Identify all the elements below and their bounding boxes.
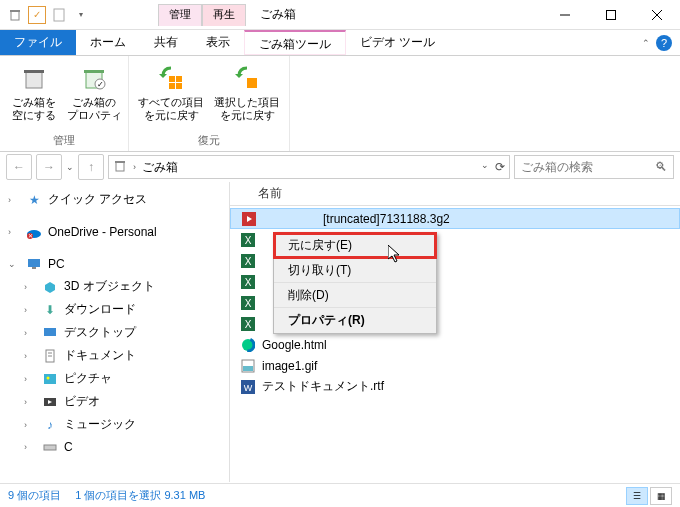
status-selection: 1 個の項目を選択 9.31 MB xyxy=(75,488,205,503)
onedrive-icon: ✕ xyxy=(26,224,42,240)
list-item[interactable]: [truncated]7131188.3g2 xyxy=(230,208,680,229)
sidebar-item-label: PC xyxy=(48,257,65,271)
file-name: [truncated]7131188.3g2 xyxy=(323,212,450,226)
maximize-button[interactable] xyxy=(588,0,634,30)
recycle-props-button[interactable]: ✓ ごみ箱の プロパティ xyxy=(66,60,122,132)
svg-rect-26 xyxy=(44,328,56,336)
image-file-icon xyxy=(240,358,256,374)
svg-marker-25 xyxy=(45,282,55,293)
chevron-right-icon[interactable]: › xyxy=(8,195,20,205)
music-icon: ♪ xyxy=(42,417,58,433)
collapse-ribbon-icon[interactable]: ⌃ xyxy=(642,38,650,48)
chevron-right-icon[interactable]: › xyxy=(133,162,136,172)
history-dropdown-icon[interactable]: ⌄ xyxy=(66,162,74,172)
back-button[interactable]: ← xyxy=(6,154,32,180)
list-item[interactable]: image1.gif xyxy=(230,355,680,376)
list-item[interactable]: Wテストドキュメント.rtf xyxy=(230,376,680,397)
svg-rect-50 xyxy=(243,366,253,371)
breadcrumb-dropdown-icon[interactable]: ⌄ xyxy=(481,160,489,174)
sidebar-item-documents[interactable]: ›ドキュメント xyxy=(0,344,229,367)
pictures-icon xyxy=(42,371,58,387)
restore-all-button[interactable]: すべての項目 を元に戻す xyxy=(135,60,207,132)
ctx-properties[interactable]: プロパティ(R) xyxy=(274,308,436,333)
breadcrumb[interactable]: › ごみ箱 ⌄ ⟳ xyxy=(108,155,510,179)
empty-recycle-button[interactable]: ごみ箱を 空にする xyxy=(6,60,62,132)
svg-rect-8 xyxy=(24,70,44,73)
sidebar-item-label: ミュージック xyxy=(64,416,136,433)
sidebar-item-pictures[interactable]: ›ピクチャ xyxy=(0,367,229,390)
svg-text:W: W xyxy=(244,383,253,393)
dropdown-icon[interactable]: ▾ xyxy=(72,6,90,24)
svg-rect-34 xyxy=(44,445,56,450)
refresh-icon[interactable]: ⟳ xyxy=(495,160,505,174)
tab-view[interactable]: 表示 xyxy=(192,30,244,55)
sidebar-quick-access[interactable]: › ★ クイック アクセス xyxy=(0,188,229,211)
tab-file[interactable]: ファイル xyxy=(0,30,76,55)
sidebar-item-label: C xyxy=(64,440,73,454)
tab-home[interactable]: ホーム xyxy=(76,30,140,55)
svg-rect-7 xyxy=(26,72,42,88)
restore-selected-button[interactable]: 選択した項目 を元に戻す xyxy=(211,60,283,132)
forward-button[interactable]: → xyxy=(36,154,62,180)
window-controls xyxy=(542,0,680,30)
view-details-button[interactable]: ☰ xyxy=(626,487,648,505)
chevron-right-icon[interactable]: › xyxy=(24,374,36,384)
file-name: テストドキュメント.rtf xyxy=(262,378,384,395)
manage-tool-tab[interactable]: 管理 xyxy=(158,4,202,26)
play-tool-tab[interactable]: 再生 xyxy=(202,4,246,26)
excel-file-icon: X xyxy=(240,232,256,248)
props-icon: ✓ xyxy=(78,62,110,94)
svg-rect-2 xyxy=(54,9,64,21)
breadcrumb-location[interactable]: ごみ箱 xyxy=(142,159,178,176)
chevron-right-icon[interactable]: › xyxy=(24,305,36,315)
svg-text:X: X xyxy=(245,256,252,267)
column-header-name[interactable]: 名前 xyxy=(230,182,680,206)
list-item[interactable]: Google.html xyxy=(230,334,680,355)
chevron-right-icon[interactable]: › xyxy=(24,420,36,430)
chevron-right-icon[interactable]: › xyxy=(24,282,36,292)
quick-access-toolbar: ✓ ▾ xyxy=(0,6,90,24)
ctx-cut[interactable]: 切り取り(T) xyxy=(274,258,436,283)
sidebar-pc[interactable]: ⌄ PC xyxy=(0,253,229,275)
chevron-right-icon[interactable]: › xyxy=(24,397,36,407)
window-title: ごみ箱 xyxy=(260,6,296,23)
svg-rect-17 xyxy=(247,78,257,88)
sidebar-item-desktop[interactable]: ›デスクトップ xyxy=(0,321,229,344)
close-button[interactable] xyxy=(634,0,680,30)
search-icon[interactable]: 🔍︎ xyxy=(655,160,667,174)
view-icons-button[interactable]: ▦ xyxy=(650,487,672,505)
search-input[interactable]: ごみ箱の検索 🔍︎ xyxy=(514,155,674,179)
ctx-delete[interactable]: 削除(D) xyxy=(274,283,436,308)
sidebar-item-3d[interactable]: ›3D オブジェクト xyxy=(0,275,229,298)
chevron-right-icon[interactable]: › xyxy=(24,442,36,452)
help-icon[interactable]: ? xyxy=(656,35,672,51)
tab-video-tool[interactable]: ビデオ ツール xyxy=(346,30,449,55)
svg-text:X: X xyxy=(245,319,252,330)
recycle-bin-icon[interactable] xyxy=(6,6,24,24)
chevron-right-icon[interactable]: › xyxy=(8,227,20,237)
context-menu: 元に戻す(E) 切り取り(T) 削除(D) プロパティ(R) xyxy=(273,232,437,334)
svg-rect-4 xyxy=(607,10,616,19)
sidebar-item-label: ドキュメント xyxy=(64,347,136,364)
tab-recycle-tool[interactable]: ごみ箱ツール xyxy=(244,30,346,55)
navigation-pane: › ★ クイック アクセス › ✕ OneDrive - Personal ⌄ … xyxy=(0,182,230,482)
sidebar-item-downloads[interactable]: ›⬇ダウンロード xyxy=(0,298,229,321)
checkbox-icon[interactable]: ✓ xyxy=(28,6,46,24)
chevron-right-icon[interactable]: › xyxy=(24,351,36,361)
minimize-button[interactable] xyxy=(542,0,588,30)
sidebar-item-drive-c[interactable]: ›C xyxy=(0,436,229,458)
chevron-right-icon[interactable]: › xyxy=(24,328,36,338)
file-name: image1.gif xyxy=(262,359,317,373)
up-button[interactable]: ↑ xyxy=(78,154,104,180)
word-file-icon: W xyxy=(240,379,256,395)
ctx-restore[interactable]: 元に戻す(E) xyxy=(274,233,436,258)
sidebar-onedrive[interactable]: › ✕ OneDrive - Personal xyxy=(0,221,229,243)
sidebar-item-label: デスクトップ xyxy=(64,324,136,341)
doc-icon[interactable] xyxy=(50,6,68,24)
sidebar-item-videos[interactable]: ›ビデオ xyxy=(0,390,229,413)
sidebar-item-music[interactable]: ›♪ミュージック xyxy=(0,413,229,436)
tab-share[interactable]: 共有 xyxy=(140,30,192,55)
svg-rect-23 xyxy=(28,259,40,267)
ribbon-tabs: ファイル ホーム 共有 表示 ごみ箱ツール ビデオ ツール ⌃ ? xyxy=(0,30,680,56)
chevron-down-icon[interactable]: ⌄ xyxy=(8,259,20,269)
